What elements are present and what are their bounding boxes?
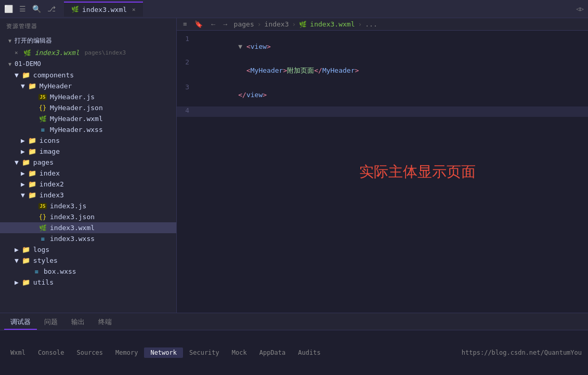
utils-folder-icon: 📁 (22, 278, 30, 286)
styles-folder-icon: 📁 (22, 257, 30, 264)
back-button[interactable]: ← (208, 19, 219, 29)
bookmark-button[interactable]: 🔖 (192, 19, 205, 29)
myheader-wxml-label: MyHeader.wxml (50, 115, 103, 123)
sub-tab-security[interactable]: Security (183, 347, 226, 358)
preview-text: 实际主体显示页面 (359, 162, 476, 182)
pages-folder-icon: 📁 (22, 158, 30, 166)
folder-utils[interactable]: ▶ 📁 utils (0, 277, 176, 288)
menu-lines-button[interactable]: ≡ (181, 19, 189, 29)
bottom-panel-row: Wxml Console Sources Memory Network Secu… (0, 330, 588, 375)
bottom-tab-debugger[interactable]: 调试器 (4, 315, 37, 330)
myheader-js-label: MyHeader.js (50, 93, 95, 101)
breadcrumb-sep3: › (358, 20, 362, 28)
sub-tab-mock[interactable]: Mock (226, 347, 253, 358)
folder-styles[interactable]: ▼ 📁 styles (0, 255, 176, 266)
index3-folder-icon: 📁 (28, 191, 36, 199)
menu-icon[interactable]: ☰ (19, 5, 26, 13)
code-line-1: 1 ▼ <view> (177, 35, 588, 58)
bottom-tab-problems[interactable]: 问题 (38, 315, 64, 330)
file-myheader-wxml[interactable]: 🌿 MyHeader.wxml (0, 113, 176, 124)
sub-tab-memory[interactable]: Memory (109, 347, 144, 358)
bottom-panel: 调试器 问题 输出 终端 Wxml Console Sources Memory… (0, 313, 588, 375)
index3-js-label: index3.js (50, 202, 86, 210)
branch-icon[interactable]: ⎇ (47, 5, 56, 13)
code-line-4: 4 (177, 106, 588, 117)
index3-arrow: ▼ (21, 191, 25, 199)
myheader-label: MyHeader (40, 82, 72, 90)
file-myheader-json[interactable]: {} MyHeader.json (0, 102, 176, 113)
breadcrumb-dots: ... (365, 20, 377, 28)
icons-label: icons (40, 137, 60, 144)
index3-wxss-icon: ≡ (38, 235, 47, 243)
window-icon[interactable]: ⬜ (4, 5, 13, 13)
code-editor[interactable]: 1 ▼ <view> 2 <MyHeader>附加页面</MyHeader> 3… (177, 31, 588, 313)
folder-logs[interactable]: ▶ 📁 logs (0, 244, 176, 255)
myheader-folder-icon: 📁 (28, 82, 36, 90)
open-file-wxml-icon: 🌿 (23, 49, 32, 57)
file-box-wxss[interactable]: ≡ box.wxss (0, 266, 176, 277)
breadcrumb-wxml: index3.wxml (310, 20, 355, 28)
folder-myheader[interactable]: ▼ 📁 MyHeader (0, 81, 176, 91)
file-index3-wxml[interactable]: 🌿 index3.wxml (0, 222, 176, 233)
open-file-close[interactable]: × (15, 49, 18, 56)
pages-arrow: ▼ (15, 158, 19, 166)
folder-index2[interactable]: ▶ 📁 index2 (0, 179, 176, 190)
index3-json-label: index3.json (50, 213, 95, 221)
sub-tab-network[interactable]: Network (144, 347, 183, 358)
wxss-icon: ≡ (38, 126, 47, 133)
open-file-item[interactable]: × 🌿 index3.wxml pages\index3 (0, 47, 176, 58)
components-arrow: ▼ (15, 71, 19, 79)
json-icon: {} (38, 104, 47, 112)
sub-tab-appdata[interactable]: AppData (253, 347, 292, 358)
open-file-name: index3.wxml (35, 49, 80, 57)
project-section[interactable]: ▼ 01-DEMO (0, 58, 176, 70)
bottom-tab-output[interactable]: 输出 (65, 315, 91, 330)
title-bar-icons[interactable]: ⬜ ☰ 🔍 ⎇ (4, 5, 56, 13)
folder-index[interactable]: ▶ 📁 index (0, 168, 176, 179)
breadcrumb-sep1: › (257, 20, 262, 28)
icons-folder-icon: 📁 (28, 137, 36, 144)
utils-arrow: ▶ (15, 278, 19, 286)
open-editors-arrow: ▼ (8, 38, 11, 44)
folder-image[interactable]: ▶ 📁 image (0, 146, 176, 157)
wxml-icon: 🌿 (38, 115, 47, 123)
fold-arrow-1: ▼ (238, 43, 246, 50)
sidebar: 资源管理器 ▼ 打开的编辑器 × 🌿 index3.wxml pages\ind… (0, 18, 177, 313)
folder-index3[interactable]: ▼ 📁 index3 (0, 190, 176, 200)
components-folder-icon: 📁 (22, 71, 30, 79)
open-editors-label: 打开的编辑器 (15, 36, 52, 45)
file-index3-wxss[interactable]: ≡ index3.wxss (0, 233, 176, 244)
index3-js-icon: JS (38, 203, 47, 209)
sub-tab-wxml[interactable]: Wxml (4, 347, 32, 358)
file-index3-json[interactable]: {} index3.json (0, 211, 176, 222)
file-index3-js[interactable]: JS index3.js (0, 200, 176, 211)
folder-icons[interactable]: ▶ 📁 icons (0, 135, 176, 146)
folder-pages[interactable]: ▼ 📁 pages (0, 157, 176, 168)
sub-tab-audits[interactable]: Audits (292, 347, 326, 358)
panel-icon[interactable]: ◁▷ (577, 5, 584, 12)
project-arrow: ▼ (8, 61, 11, 67)
open-editors-section[interactable]: ▼ 打开的编辑器 (0, 34, 176, 47)
sub-tab-sources[interactable]: Sources (70, 347, 109, 358)
title-bar: ⬜ ☰ 🔍 ⎇ 🌿 index3.wxml × ◁▷ (0, 0, 588, 18)
file-myheader-wxss[interactable]: ≡ MyHeader.wxss (0, 124, 176, 135)
breadcrumb-wxml-icon: 🌿 (299, 21, 307, 28)
index3-label: index3 (40, 191, 64, 199)
bottom-tab-terminal[interactable]: 终端 (92, 315, 118, 330)
tab-close-button[interactable]: × (132, 6, 136, 13)
forward-button[interactable]: → (220, 19, 231, 29)
index3-wxss-label: index3.wxss (50, 235, 95, 243)
search-icon[interactable]: 🔍 (32, 5, 41, 13)
line-number-2: 2 (177, 58, 198, 66)
styles-label: styles (33, 257, 58, 264)
title-bar-right: ◁▷ (577, 5, 584, 12)
file-myheader-js[interactable]: JS MyHeader.js (0, 91, 176, 102)
line-content-1: ▼ <view> (198, 35, 588, 58)
tab-file-icon: 🌿 (71, 6, 79, 13)
editor-tab[interactable]: 🌿 index3.wxml × (64, 2, 143, 17)
line-number-4: 4 (177, 106, 198, 114)
sub-tab-console[interactable]: Console (32, 347, 71, 358)
image-folder-icon: 📁 (28, 148, 36, 155)
folder-components[interactable]: ▼ 📁 components (0, 70, 176, 81)
index3-json-icon: {} (38, 213, 47, 221)
